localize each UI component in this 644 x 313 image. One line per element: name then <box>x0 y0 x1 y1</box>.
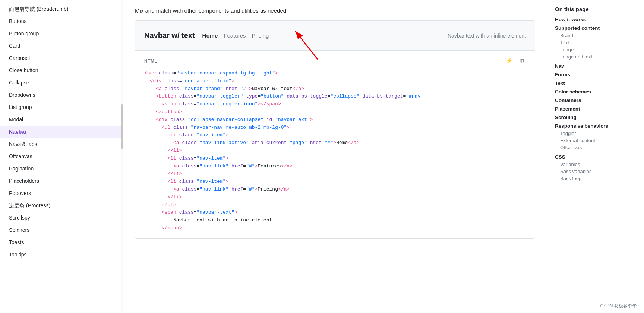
toc-item-image-and-text[interactable]: Image and text <box>555 53 637 60</box>
code-section: HTML ⚡ ⧉ <nav class="navbar navbar-expan… <box>135 51 535 238</box>
toc-section-supported-content[interactable]: Supported content <box>555 25 637 31</box>
lightning-icon-btn[interactable]: ⚡ <box>504 57 514 65</box>
sidebar-item-tooltips[interactable]: Tooltips <box>0 249 123 261</box>
toc-item-offcanvas[interactable]: Offcanvas <box>555 144 637 151</box>
sidebar-item-placeholders[interactable]: Placeholders <box>0 175 123 187</box>
sidebar-item-buttons[interactable]: Buttons <box>0 15 123 28</box>
demo-preview: Navbar w/ text Home Features Pricing Nav… <box>135 21 535 51</box>
sidebar-item-navs-tabs[interactable]: Navs & tabs <box>0 138 123 150</box>
toc-title: On this page <box>555 6 637 12</box>
toc-section-nav[interactable]: Nav <box>555 63 637 69</box>
sidebar-item-spinners[interactable]: Spinners <box>0 224 123 236</box>
toc-item-toggler[interactable]: Toggler <box>555 130 637 137</box>
sidebar-item-toasts[interactable]: Toasts <box>0 236 123 249</box>
nav-link-features[interactable]: Features <box>224 32 246 39</box>
toc-item-brand[interactable]: Brand <box>555 32 637 39</box>
toc-section-scrolling[interactable]: Scrolling <box>555 115 637 120</box>
toc-section-how-it-works[interactable]: How it works <box>555 17 637 22</box>
toc-section-text[interactable]: Text <box>555 80 637 86</box>
nav-link-pricing[interactable]: Pricing <box>252 32 269 39</box>
copy-icon-btn[interactable]: ⧉ <box>519 57 526 65</box>
right-sidebar: On this page How it worksSupported conte… <box>547 0 644 313</box>
sidebar-item-offcanvas[interactable]: Offcanvas <box>0 150 123 163</box>
sidebar-item-progress[interactable]: 进度条 (Progress) <box>0 199 123 212</box>
nav-link-home[interactable]: Home <box>202 32 218 39</box>
code-icons: ⚡ ⧉ <box>504 57 526 65</box>
sidebar-item-dropdowns[interactable]: Dropdowns <box>0 89 123 101</box>
navbar-brand[interactable]: Navbar w/ text <box>144 31 195 40</box>
main-content: Mix and match with other components and … <box>123 0 547 313</box>
toc-section-color-schemes[interactable]: Color schemes <box>555 89 637 95</box>
sidebar-item-pagination[interactable]: Pagination <box>0 163 123 175</box>
sidebar-item-button-group[interactable]: Button group <box>0 28 123 40</box>
demo-box: Navbar w/ text Home Features Pricing Nav… <box>135 20 535 239</box>
intro-text: Mix and match with other components and … <box>135 7 535 14</box>
sidebar-item-close-button[interactable]: Close button <box>0 64 123 77</box>
toc-item-sass-variables[interactable]: Sass variables <box>555 168 637 175</box>
code-label: HTML <box>144 58 157 64</box>
sidebar-item-popovers[interactable]: Popovers <box>0 187 123 199</box>
toc-item-image[interactable]: Image <box>555 46 637 53</box>
toc-item-external-content[interactable]: External content <box>555 137 637 144</box>
toc-section-containers[interactable]: Containers <box>555 98 637 103</box>
sidebar-item-list-group[interactable]: List group <box>0 101 123 114</box>
toc-section-responsive-behaviors[interactable]: Responsive behaviors <box>555 123 637 129</box>
sidebar-more[interactable]: ··· <box>0 261 123 275</box>
toc-section-placement[interactable]: Placement <box>555 106 637 112</box>
watermark: CSDN @极客李华 <box>600 303 637 309</box>
sidebar-item-card[interactable]: Card <box>0 40 123 52</box>
sidebar-nav: 面包屑导航 (Breadcrumb)ButtonsButton groupCar… <box>0 0 123 278</box>
code-block: <nav class="navbar navbar-expand-lg bg-l… <box>144 70 526 232</box>
sidebar-item-scrollspy[interactable]: Scrollspy <box>0 212 123 224</box>
navbar-text: Navbar text with an inline element <box>448 33 526 39</box>
toc-item-variables[interactable]: Variables <box>555 161 637 168</box>
navbar-nav-links: Home Features Pricing <box>202 32 269 39</box>
code-header: HTML ⚡ ⧉ <box>144 57 526 65</box>
toc-item-text[interactable]: Text <box>555 39 637 46</box>
left-sidebar: 面包屑导航 (Breadcrumb)ButtonsButton groupCar… <box>0 0 123 313</box>
sidebar-item-modal[interactable]: Modal <box>0 114 123 126</box>
scrollbar-track <box>121 0 123 313</box>
toc-item-sass-loop[interactable]: Sass loop <box>555 175 637 182</box>
sidebar-item-carousel[interactable]: Carousel <box>0 52 123 64</box>
sidebar-item-breadcrumb[interactable]: 面包屑导航 (Breadcrumb) <box>0 3 123 15</box>
navbar-demo: Navbar w/ text Home Features Pricing Nav… <box>144 31 526 40</box>
scrollbar-thumb[interactable] <box>121 104 123 149</box>
sidebar-item-collapse[interactable]: Collapse <box>0 77 123 89</box>
toc-section-css[interactable]: CSS <box>555 154 637 160</box>
toc-section-forms[interactable]: Forms <box>555 72 637 77</box>
sidebar-item-navbar[interactable]: Navbar <box>0 126 123 138</box>
